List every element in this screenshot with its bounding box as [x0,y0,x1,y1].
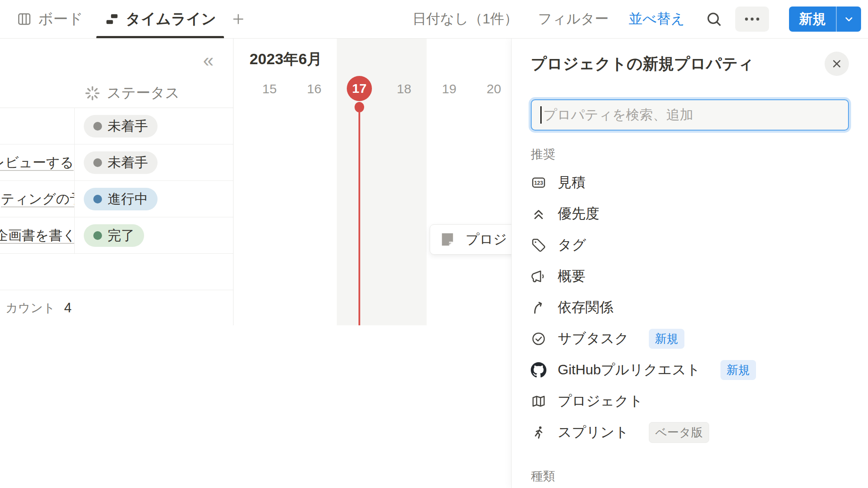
table-row: 未着手 [0,108,233,144]
notion-timeline-view: ボード タイムライン 日付なし（1件） フィルター 並べ替え [0,0,868,488]
status-dot-icon [93,158,102,167]
status-badge-label: 完了 [108,226,135,245]
more-options-button[interactable] [735,7,769,32]
number-123-icon: 123 [531,175,546,190]
status-badge[interactable]: 進行中 [84,188,158,210]
filter-button[interactable]: フィルター [538,10,609,29]
sort-button[interactable]: 並べ替え [629,10,685,29]
property-item-tag[interactable]: タグ [531,229,849,261]
beta-badge: ベータ版 [649,422,709,443]
status-column-header[interactable]: ステータス [84,83,180,103]
task-title-cell[interactable]: 企画書を書く [0,217,75,253]
dependency-arrow-icon [531,300,546,315]
ellipsis-icon [743,16,761,22]
recommended-property-list: 123 見積 優先度 タグ [531,167,849,448]
today-marker: 17 [347,76,372,101]
search-icon [705,10,723,28]
day-header: 20 [471,79,511,98]
status-badge[interactable]: 未着手 [84,115,158,138]
count-value: 4 [64,300,72,316]
new-badge: 新規 [720,360,756,380]
property-item-estimate[interactable]: 123 見積 [531,167,849,198]
tab-board[interactable]: ボード [6,0,94,38]
property-item-subtask[interactable]: サブタスク 新規 [531,323,849,354]
status-badge[interactable]: 完了 [84,224,144,247]
text-cursor [540,106,542,124]
property-search[interactable] [531,99,849,131]
task-title-cell[interactable] [0,108,75,144]
no-date-button[interactable]: 日付なし（1件） [412,10,518,29]
toolbar-right-controls: 日付なし（1件） フィルター 並べ替え 新規 [412,7,868,32]
property-item-dependency[interactable]: 依存関係 [531,292,849,323]
property-item-project[interactable]: プロジェクト [531,386,849,417]
new-property-panel: プロジェクトの新規プロパティ 推奨 123 見積 [511,39,868,488]
map-icon [531,393,546,409]
timeline-card[interactable]: プロジ [430,224,511,255]
close-panel-button[interactable] [825,52,849,76]
status-badge-label: 未着手 [108,117,148,135]
property-item-summary[interactable]: 概要 [531,261,849,292]
panel-header: プロジェクトの新規プロパティ [531,53,849,74]
chevron-down-icon [843,13,855,25]
timeline-canvas[interactable]: 2023年6月 15 16 18 19 20 17 プロジ [233,39,511,325]
day-header: 15 [247,79,292,98]
status-spinner-icon [84,85,101,102]
day-header: 19 [427,79,472,98]
sprint-runner-icon [531,425,546,440]
table-footer[interactable]: カウント 4 [0,291,233,325]
new-badge: 新規 [649,329,684,349]
tag-icon [531,237,546,253]
timeline-month-label: 2023年6月 [250,49,322,69]
status-badge-label: 未着手 [108,154,148,172]
section-label-type: 種類 [531,468,849,485]
search-button[interactable] [705,10,723,28]
view-toolbar: ボード タイムライン 日付なし（1件） フィルター 並べ替え [0,0,868,39]
day-header: 16 [292,79,337,98]
task-title-cell[interactable]: ティングの予 [0,181,75,217]
new-button-label[interactable]: 新規 [789,7,836,32]
svg-text:123: 123 [534,180,543,186]
tab-timeline[interactable]: タイムライン [94,0,227,38]
property-item-priority[interactable]: 優先度 [531,198,849,229]
subtask-check-icon [531,331,546,347]
table-rows: 未着手 レビューする 未着手 ティングの予 進行中 企画書を書く [0,108,233,290]
status-dot-icon [93,122,102,131]
new-button[interactable]: 新規 [789,7,861,32]
today-indicator-dot [355,102,364,112]
property-search-input[interactable] [543,107,839,123]
property-item-github-pr[interactable]: GitHubプルリクエスト 新規 [531,354,849,386]
priority-icon [531,206,546,222]
status-badge-label: 進行中 [108,190,148,208]
table-row-empty[interactable] [0,254,233,290]
page-icon [440,232,455,247]
property-item-sprint[interactable]: スプリント ベータ版 [531,417,849,448]
status-dot-icon [93,231,102,240]
collapse-table-button[interactable]: « [196,48,220,72]
timeline-table: « ステータス 未着手 [0,39,233,325]
today-indicator-line [358,111,360,325]
megaphone-icon [531,269,546,284]
view-tabs: ボード タイムライン [0,0,250,38]
timeline-card-title: プロジ [466,230,507,249]
plus-icon [231,12,246,26]
status-dot-icon [93,195,102,203]
table-row: 企画書を書く 完了 [0,217,233,254]
table-header: « ステータス [0,39,233,108]
new-button-dropdown[interactable] [837,7,861,32]
tab-board-label: ボード [38,9,83,29]
add-view-button[interactable] [227,0,250,38]
table-row: レビューする 未着手 [0,144,233,181]
close-icon [831,58,842,69]
panel-title: プロジェクトの新規プロパティ [531,53,754,75]
status-header-label: ステータス [107,83,180,103]
table-row: ティングの予 進行中 [0,181,233,217]
board-icon [16,11,32,27]
count-label: カウント [6,300,56,316]
day-header: 18 [381,79,427,98]
github-icon [531,362,546,378]
section-label-recommended: 推奨 [531,146,849,163]
tab-timeline-label: タイムライン [126,9,217,29]
task-title-cell[interactable]: レビューする [0,144,75,180]
timeline-icon [104,11,120,27]
status-badge[interactable]: 未着手 [84,151,158,174]
